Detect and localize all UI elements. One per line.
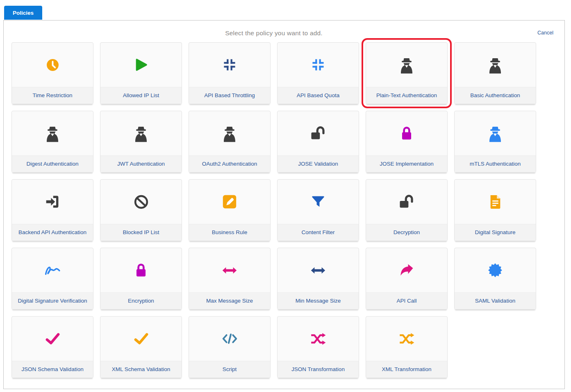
user-secret-icon bbox=[487, 56, 503, 74]
policy-label: Digital Signature bbox=[475, 228, 515, 237]
policy-card-api-based-quota[interactable]: API Based Quota bbox=[277, 42, 359, 104]
clock-icon bbox=[45, 58, 60, 72]
policy-card-xml-transformation[interactable]: XML Transformation bbox=[366, 316, 448, 378]
card-footer: Decryption bbox=[366, 224, 447, 241]
policy-label: API Based Quota bbox=[297, 91, 339, 100]
policy-card-json-schema-validation[interactable]: JSON Schema Validation bbox=[11, 316, 93, 378]
policy-label: XML Schema Validation bbox=[112, 365, 171, 374]
card-body bbox=[100, 248, 182, 292]
policy-label: JSON Transformation bbox=[291, 365, 345, 374]
tab-policies[interactable]: Policies bbox=[4, 6, 42, 20]
policy-label: JOSE Validation bbox=[298, 160, 338, 168]
policy-card-mtls-authentication[interactable]: mTLS Authentication bbox=[454, 111, 536, 173]
policy-card-basic-authentication[interactable]: Basic Authentication bbox=[454, 42, 536, 104]
card-footer: Blocked IP List bbox=[100, 224, 182, 241]
card-body bbox=[12, 248, 93, 292]
policy-label: API Based Throttling bbox=[204, 91, 255, 100]
policy-card-jose-implementation[interactable]: JOSE Implementation bbox=[366, 111, 448, 173]
policy-card-api-based-throttling[interactable]: API Based Throttling bbox=[189, 42, 271, 104]
policy-card-decryption[interactable]: Decryption bbox=[366, 179, 448, 241]
policy-label: Decryption bbox=[394, 228, 420, 237]
policy-card-json-transformation[interactable]: JSON Transformation bbox=[277, 316, 359, 378]
cancel-link[interactable]: Cancel bbox=[537, 30, 553, 36]
card-body bbox=[366, 43, 447, 87]
card-body bbox=[189, 317, 270, 361]
policy-card-max-message-size[interactable]: Max Message Size bbox=[189, 248, 271, 310]
policy-card-business-rule[interactable]: Business Rule bbox=[189, 179, 271, 241]
card-body bbox=[455, 248, 536, 292]
card-footer: JOSE Validation bbox=[278, 155, 359, 172]
policy-card-jose-validation[interactable]: JOSE Validation bbox=[277, 111, 359, 173]
policy-card-plain-text-authentication[interactable]: Plain-Text Authentication bbox=[366, 42, 448, 104]
card-footer: SAML Validation bbox=[455, 292, 536, 309]
policy-card-digital-signature-verification[interactable]: Digital Signature Verification bbox=[11, 248, 93, 310]
card-footer: API Based Quota bbox=[278, 87, 359, 104]
policy-label: JSON Schema Validation bbox=[21, 365, 83, 374]
card-body bbox=[100, 43, 182, 87]
card-body bbox=[278, 180, 359, 224]
policy-card-min-message-size[interactable]: Min Message Size bbox=[277, 248, 359, 310]
lock-icon bbox=[400, 126, 414, 141]
card-body bbox=[12, 317, 93, 361]
policy-card-time-restriction[interactable]: Time Restriction bbox=[11, 42, 93, 104]
card-body bbox=[366, 317, 447, 361]
policy-card-blocked-ip-list[interactable]: Blocked IP List bbox=[100, 179, 182, 241]
card-footer: Basic Authentication bbox=[455, 87, 536, 104]
card-body bbox=[189, 180, 270, 224]
sign-in-icon bbox=[45, 194, 60, 209]
card-footer: Plain-Text Authentication bbox=[366, 87, 447, 104]
policy-label: Allowed IP List bbox=[123, 91, 159, 100]
check-icon bbox=[45, 333, 60, 345]
policy-card-backend-api-authentication[interactable]: Backend API Authentication bbox=[11, 179, 93, 241]
card-body bbox=[278, 43, 359, 87]
policy-label: Time Restriction bbox=[32, 91, 72, 100]
card-body bbox=[189, 43, 270, 87]
policy-card-digital-signature[interactable]: Digital Signature bbox=[454, 179, 536, 241]
card-footer: Backend API Authentication bbox=[12, 224, 93, 241]
policy-card-xml-schema-validation[interactable]: XML Schema Validation bbox=[100, 316, 182, 378]
card-footer: API Based Throttling bbox=[189, 87, 270, 104]
card-body bbox=[189, 111, 270, 155]
policy-card-oauth2-authentication[interactable]: OAuth2 Authentication bbox=[189, 111, 271, 173]
arrows-h-icon bbox=[222, 266, 237, 275]
compress-icon bbox=[223, 58, 237, 72]
card-footer: OAuth2 Authentication bbox=[189, 155, 270, 172]
policy-label: Business Rule bbox=[212, 228, 247, 237]
policy-card-script[interactable]: Script bbox=[189, 316, 271, 378]
policy-card-api-call[interactable]: API Call bbox=[366, 248, 448, 310]
file-text-icon bbox=[489, 194, 502, 210]
card-body bbox=[12, 43, 93, 87]
lock-icon bbox=[134, 263, 148, 278]
policy-label: Basic Authentication bbox=[470, 91, 520, 100]
user-secret-icon bbox=[133, 124, 149, 143]
card-body bbox=[278, 317, 359, 361]
arrows-h-icon bbox=[310, 266, 326, 275]
policy-card-content-filter[interactable]: Content Filter bbox=[277, 179, 359, 241]
policy-card-encryption[interactable]: Encryption bbox=[100, 248, 182, 310]
select-policy-prompt: Select the policy you want to add. bbox=[11, 30, 536, 37]
card-body bbox=[100, 317, 182, 361]
card-footer: Allowed IP List bbox=[100, 87, 182, 104]
card-body bbox=[366, 180, 447, 224]
policy-card-allowed-ip-list[interactable]: Allowed IP List bbox=[100, 42, 182, 104]
policy-label: Digital Signature Verification bbox=[18, 297, 87, 305]
card-body bbox=[455, 43, 536, 87]
user-secret-icon bbox=[44, 124, 61, 143]
policy-label: JOSE Implementation bbox=[380, 160, 433, 168]
play-icon bbox=[133, 57, 149, 73]
card-footer: Max Message Size bbox=[189, 292, 270, 309]
ban-icon bbox=[134, 194, 149, 210]
policy-picker-panel: Select the policy you want to add. Cance… bbox=[3, 20, 565, 389]
user-secret-icon bbox=[221, 124, 238, 143]
policy-label: XML Transformation bbox=[382, 365, 431, 374]
card-footer: JWT Authentication bbox=[100, 155, 182, 172]
card-footer: Script bbox=[189, 361, 270, 378]
card-body bbox=[12, 180, 93, 224]
card-footer: Digital Signature Verification bbox=[12, 292, 93, 309]
policy-card-digest-authentication[interactable]: Digest Authentication bbox=[11, 111, 93, 173]
policy-card-jwt-authentication[interactable]: JWT Authentication bbox=[100, 111, 182, 173]
policy-card-saml-validation[interactable]: SAML Validation bbox=[454, 248, 536, 310]
certificate-icon bbox=[488, 263, 503, 278]
card-body bbox=[189, 248, 270, 292]
card-footer: XML Transformation bbox=[366, 361, 447, 378]
